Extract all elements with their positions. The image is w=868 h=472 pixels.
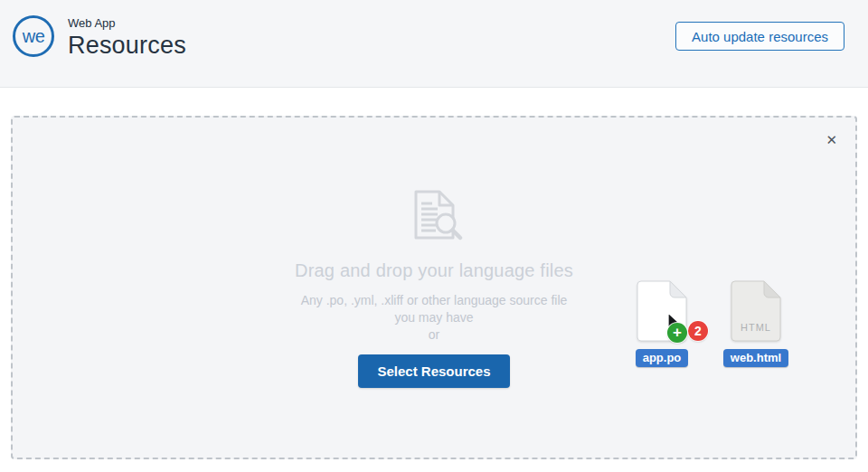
dropzone-subtext: Any .po, .yml, .xliff or other language … <box>301 292 568 326</box>
dropzone-heading: Drag and drop your language files <box>295 260 573 281</box>
select-resources-button[interactable]: Select Resources <box>358 354 509 388</box>
dropzone-subtext-line1: Any .po, .yml, .xliff or other language … <box>301 293 568 307</box>
file-icon-po: + 2 <box>637 280 687 342</box>
close-icon[interactable]: ✕ <box>818 127 844 154</box>
document-search-icon <box>404 190 464 246</box>
we-logo-text: we <box>23 26 45 47</box>
file-icon-html: HTML <box>731 280 781 342</box>
page-title: Resources <box>68 32 186 60</box>
file-label-web-html: web.html <box>723 349 788 367</box>
or-separator: or <box>429 326 439 344</box>
count-badge: 2 <box>688 321 708 341</box>
add-badge: + <box>667 323 687 343</box>
we-logo[interactable]: we <box>13 15 54 57</box>
html-type-marker: HTML <box>731 322 781 333</box>
add-badge-symbol: + <box>673 325 682 340</box>
file-label-app-po: app.po <box>636 349 689 367</box>
app-subtitle: Web App <box>68 16 186 30</box>
file-dropzone[interactable]: ✕ Drag and drop your language files Any … <box>11 116 857 459</box>
dropzone-subtext-line2: you may have <box>394 310 473 325</box>
file-item-app-po[interactable]: + 2 app.po <box>637 280 687 367</box>
app-header: we Web App Resources Auto update resourc… <box>0 0 868 88</box>
file-item-web-html[interactable]: HTML web.html <box>731 280 781 367</box>
auto-update-resources-button[interactable]: Auto update resources <box>675 22 844 51</box>
header-titles: Web App Resources <box>68 16 186 60</box>
